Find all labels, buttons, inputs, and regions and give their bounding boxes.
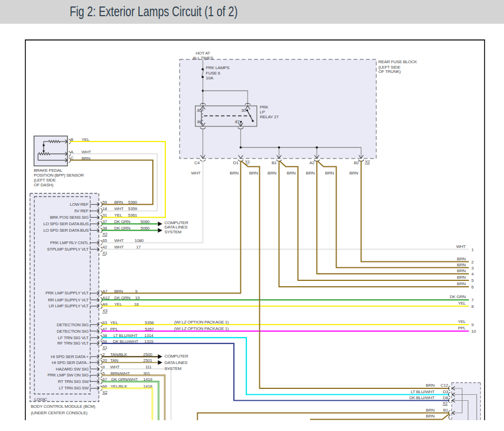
svg-text:SYSTEM: SYSTEM	[164, 366, 182, 371]
svg-text:PRK LAMPS: PRK LAMPS	[206, 65, 230, 70]
svg-text:X2: X2	[442, 401, 448, 406]
svg-text:X1: X1	[103, 345, 108, 350]
svg-text:WHT: WHT	[191, 171, 201, 176]
svg-text:LOGIC: LOGIC	[35, 397, 48, 402]
svg-text:59: 59	[103, 200, 107, 205]
svg-text:LT BLU/WHT: LT BLU/WHT	[411, 389, 435, 394]
svg-text:(LEFT SIDE: (LEFT SIDE	[379, 65, 400, 70]
svg-text:HAZARD SW SIG: HAZARD SW SIG	[56, 367, 89, 372]
svg-text:D3: D3	[443, 389, 449, 394]
svg-text:PRK LMP RLY CNTL: PRK LMP RLY CNTL	[50, 240, 89, 245]
svg-text:LO SPD SER DATA BUS: LO SPD SER DATA BUS	[43, 221, 89, 226]
svg-text:DK GRN: DK GRN	[449, 294, 466, 299]
svg-text:(LEFT SIDE: (LEFT SIDE	[34, 178, 56, 183]
svg-text:RT TRN SIG SW: RT TRN SIG SW	[58, 379, 89, 384]
svg-text:A2: A2	[310, 160, 315, 165]
svg-text:5359: 5359	[128, 206, 138, 211]
svg-text:D1: D1	[233, 160, 239, 165]
svg-text:X2: X2	[103, 390, 108, 395]
svg-text:BRN: BRN	[426, 408, 435, 413]
svg-text:WHT: WHT	[115, 206, 124, 211]
svg-text:DATA LINES: DATA LINES	[164, 360, 187, 365]
svg-text:B2: B2	[354, 160, 359, 165]
svg-text:(W/ LZ OPTION PACKAGE 1): (W/ LZ OPTION PACKAGE 1)	[174, 326, 229, 331]
svg-text:X3: X3	[103, 308, 108, 313]
svg-text:BRN: BRN	[267, 171, 277, 176]
svg-text:10: 10	[472, 329, 476, 334]
svg-text:5360: 5360	[128, 200, 138, 205]
svg-text:OF TRUNK): OF TRUNK)	[379, 69, 401, 74]
svg-text:YEL: YEL	[458, 319, 466, 324]
svg-text:YEL: YEL	[115, 213, 123, 218]
svg-text:BRN: BRN	[325, 171, 334, 176]
svg-text:BRK POS SENS SIG: BRK POS SENS SIG	[50, 215, 89, 220]
svg-text:BRN: BRN	[287, 171, 296, 176]
svg-text:BRN: BRN	[230, 171, 239, 176]
svg-text:BRN: BRN	[457, 275, 466, 280]
svg-text:BRN: BRN	[457, 262, 466, 267]
svg-text:31: 31	[103, 213, 107, 218]
svg-text:LP: LP	[260, 110, 265, 115]
svg-text:RELAY 27: RELAY 27	[260, 115, 279, 119]
svg-text:LR LMP SUPPLY VLT: LR LMP SUPPLY VLT	[49, 304, 89, 308]
svg-text:PPL: PPL	[458, 326, 466, 331]
svg-text:BRN: BRN	[457, 281, 466, 286]
svg-text:85: 85	[197, 108, 202, 113]
svg-text:OF DASH): OF DASH)	[34, 183, 54, 187]
svg-text:ALL TIMES: ALL TIMES	[192, 56, 213, 60]
svg-text:C12: C12	[441, 383, 449, 388]
svg-text:C4: C4	[194, 160, 200, 165]
svg-text:LT TRN SIG SW: LT TRN SIG SW	[59, 386, 89, 390]
svg-text:BRN: BRN	[426, 414, 435, 419]
svg-text:5V REF: 5V REF	[74, 208, 89, 213]
svg-text:BRN: BRN	[249, 171, 258, 176]
svg-text:(UNDER CENTER CONSOLE): (UNDER CENTER CONSOLE)	[31, 410, 88, 415]
svg-text:BRN: BRN	[457, 257, 466, 261]
svg-text:30: 30	[241, 108, 246, 113]
svg-text:(W/ LZ OPTION PACKAGE 1): (W/ LZ OPTION PACKAGE 1)	[174, 320, 229, 325]
svg-text:SYSTEM: SYSTEM	[164, 230, 182, 234]
svg-text:10A: 10A	[206, 76, 213, 80]
svg-text:YEL: YEL	[458, 301, 466, 306]
svg-text:87: 87	[235, 119, 240, 124]
svg-text:HI SPD SER DATA +: HI SPD SER DATA +	[51, 354, 89, 359]
svg-text:REAR FUSE BLOCK: REAR FUSE BLOCK	[379, 59, 418, 64]
svg-text:86: 86	[197, 119, 202, 124]
svg-text:X1: X1	[245, 159, 251, 164]
svg-text:DK BLU/WHT: DK BLU/WHT	[409, 395, 435, 400]
svg-text:BRN: BRN	[457, 268, 466, 273]
svg-text:LO SPD SER DATA BUS: LO SPD SER DATA BUS	[43, 228, 89, 233]
svg-text:X2: X2	[365, 159, 371, 164]
svg-text:PRK LMP SW ON SIG: PRK LMP SW ON SIG	[48, 373, 89, 378]
svg-text:X2: X2	[103, 232, 108, 237]
svg-text:LF TRN SIG VLT: LF TRN SIG VLT	[58, 335, 89, 340]
svg-text:WHT: WHT	[456, 244, 466, 249]
svg-text:DETECTION SIG: DETECTION SIG	[57, 329, 89, 334]
svg-text:PRK LMP SUPPLY VLT: PRK LMP SUPPLY VLT	[45, 291, 89, 295]
svg-text:18: 18	[103, 206, 107, 211]
svg-text:RF TRN SIG VLT: RF TRN SIG VLT	[57, 341, 89, 346]
svg-text:RR LMP SUPPLY VLT: RR LMP SUPPLY VLT	[48, 298, 89, 302]
svg-text:BODY CONTROL MODULE (BCM): BODY CONTROL MODULE (BCM)	[31, 404, 96, 409]
svg-text:X1: X1	[103, 251, 108, 255]
svg-text:D8: D8	[443, 395, 449, 400]
svg-text:FUSE 6: FUSE 6	[206, 71, 220, 76]
svg-text:LOW REF: LOW REF	[70, 202, 89, 207]
svg-text:BRN: BRN	[350, 171, 359, 176]
svg-text:BRN: BRN	[115, 200, 124, 205]
svg-text:BRN: BRN	[306, 171, 315, 176]
svg-text:STPLMP SUPPLY VLT: STPLMP SUPPLY VLT	[47, 247, 89, 252]
svg-text:COMPUTER: COMPUTER	[164, 354, 188, 359]
svg-text:HI SPD SER DATA -: HI SPD SER DATA -	[52, 360, 89, 365]
svg-text:PRK: PRK	[260, 105, 269, 110]
svg-text:B1: B1	[443, 408, 448, 413]
svg-text:POSITION (BPP) SENSOR: POSITION (BPP) SENSOR	[34, 173, 84, 178]
svg-text:BRAKE PEDAL: BRAKE PEDAL	[34, 168, 63, 173]
svg-text:Fig 2: Exterior Lamps Circuit: Fig 2: Exterior Lamps Circuit (1 of 2)	[70, 4, 238, 19]
svg-text:BRN: BRN	[426, 383, 435, 388]
svg-text:B1: B1	[272, 160, 277, 165]
svg-text:DETECTION SIG: DETECTION SIG	[57, 322, 89, 327]
svg-text:5361: 5361	[128, 213, 138, 218]
svg-text:HOT AT: HOT AT	[196, 51, 210, 56]
